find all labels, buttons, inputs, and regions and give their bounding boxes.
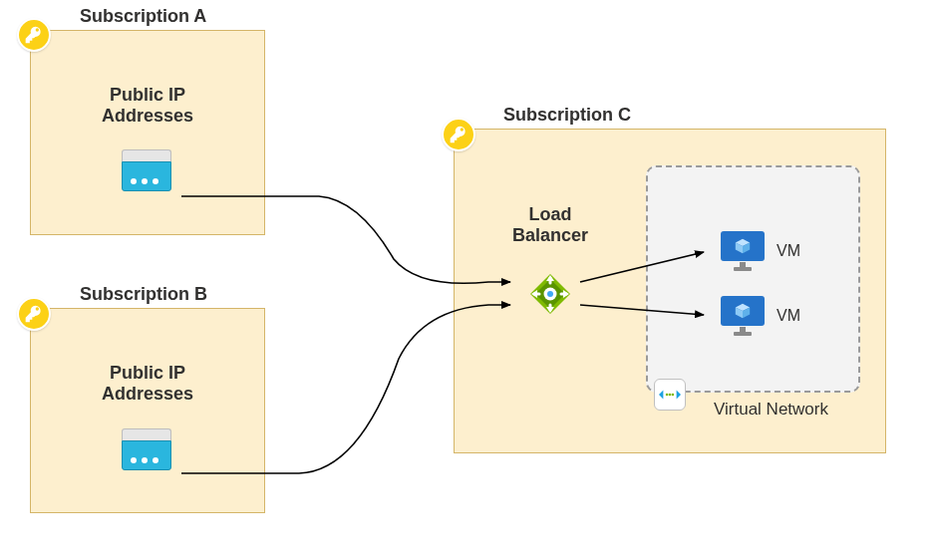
load-balancer-icon (528, 272, 572, 316)
public-ip-icon (122, 428, 171, 470)
svg-point-12 (672, 394, 675, 397)
svg-point-11 (669, 394, 672, 397)
key-icon (442, 118, 475, 151)
subscription-a-box (30, 30, 265, 235)
subscription-b-title: Subscription B (80, 284, 207, 305)
svg-marker-9 (677, 391, 681, 400)
public-ip-icon (122, 149, 171, 191)
virtual-network-box (646, 165, 860, 393)
load-balancer-label: Load Balancer (490, 204, 610, 246)
svg-marker-8 (659, 391, 663, 400)
vm-label: VM (777, 242, 800, 260)
vm-icon (721, 231, 765, 271)
key-icon (17, 297, 51, 331)
vm-row: VM (721, 231, 800, 271)
vm-label: VM (777, 307, 800, 325)
key-icon (17, 18, 51, 52)
public-ip-label-a: Public IP Addresses (88, 85, 207, 127)
virtual-network-icon (654, 379, 686, 411)
public-ip-label-b: Public IP Addresses (88, 363, 207, 405)
virtual-network-label: Virtual Network (714, 400, 828, 420)
svg-point-7 (547, 291, 553, 297)
subscription-b-box (30, 308, 265, 513)
svg-point-10 (666, 394, 669, 397)
subscription-c-title: Subscription C (503, 105, 631, 126)
subscription-a-title: Subscription A (80, 6, 206, 27)
vm-row: VM (721, 296, 800, 336)
vm-icon (721, 296, 765, 336)
